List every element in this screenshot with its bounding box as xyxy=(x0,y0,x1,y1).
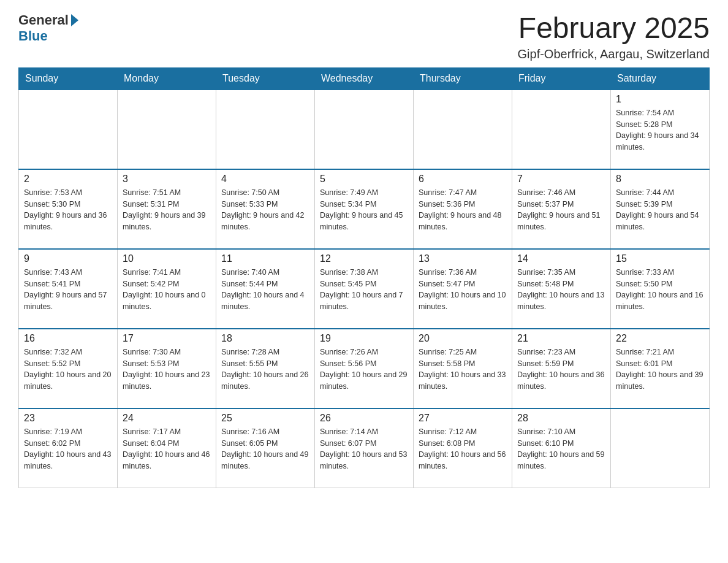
calendar-cell: 6Sunrise: 7:47 AMSunset: 5:36 PMDaylight… xyxy=(414,169,512,249)
day-info: Sunrise: 7:33 AMSunset: 5:50 PMDaylight:… xyxy=(616,267,704,313)
calendar-week-row: 9Sunrise: 7:43 AMSunset: 5:41 PMDaylight… xyxy=(19,249,710,329)
calendar-cell: 26Sunrise: 7:14 AMSunset: 6:07 PMDayligh… xyxy=(315,408,414,488)
calendar-cell xyxy=(216,90,315,169)
calendar-cell xyxy=(19,90,118,169)
day-number: 24 xyxy=(123,413,211,424)
calendar-cell: 4Sunrise: 7:50 AMSunset: 5:33 PMDaylight… xyxy=(216,169,315,249)
day-number: 23 xyxy=(24,413,112,424)
day-of-week-header: Tuesday xyxy=(216,67,315,90)
logo-arrow-icon xyxy=(71,14,78,26)
calendar-cell: 15Sunrise: 7:33 AMSunset: 5:50 PMDayligh… xyxy=(611,249,710,329)
day-number: 16 xyxy=(24,333,112,344)
calendar-header-row: SundayMondayTuesdayWednesdayThursdayFrid… xyxy=(19,67,710,90)
calendar-week-row: 16Sunrise: 7:32 AMSunset: 5:52 PMDayligh… xyxy=(19,329,710,408)
day-of-week-header: Wednesday xyxy=(315,67,414,90)
day-number: 3 xyxy=(123,174,211,185)
calendar-cell: 18Sunrise: 7:28 AMSunset: 5:55 PMDayligh… xyxy=(216,329,315,408)
day-info: Sunrise: 7:17 AMSunset: 6:04 PMDaylight:… xyxy=(123,426,211,472)
calendar-cell: 19Sunrise: 7:26 AMSunset: 5:56 PMDayligh… xyxy=(315,329,414,408)
calendar-cell: 2Sunrise: 7:53 AMSunset: 5:30 PMDaylight… xyxy=(19,169,118,249)
day-info: Sunrise: 7:40 AMSunset: 5:44 PMDaylight:… xyxy=(221,267,309,313)
calendar-cell: 13Sunrise: 7:36 AMSunset: 5:47 PMDayligh… xyxy=(414,249,512,329)
day-of-week-header: Thursday xyxy=(414,67,512,90)
calendar-cell: 22Sunrise: 7:21 AMSunset: 6:01 PMDayligh… xyxy=(611,329,710,408)
day-info: Sunrise: 7:30 AMSunset: 5:53 PMDaylight:… xyxy=(123,347,211,393)
calendar-table: SundayMondayTuesdayWednesdayThursdayFrid… xyxy=(18,67,710,489)
calendar-cell: 17Sunrise: 7:30 AMSunset: 5:53 PMDayligh… xyxy=(118,329,216,408)
day-info: Sunrise: 7:41 AMSunset: 5:42 PMDaylight:… xyxy=(123,267,211,313)
day-of-week-header: Monday xyxy=(118,67,216,90)
day-number: 9 xyxy=(24,253,112,264)
day-info: Sunrise: 7:23 AMSunset: 5:59 PMDaylight:… xyxy=(517,347,605,393)
day-info: Sunrise: 7:49 AMSunset: 5:34 PMDaylight:… xyxy=(320,187,408,233)
page-header: General Blue February 2025 Gipf-Oberfric… xyxy=(18,12,710,61)
day-info: Sunrise: 7:51 AMSunset: 5:31 PMDaylight:… xyxy=(123,187,211,233)
day-number: 1 xyxy=(616,94,704,105)
day-info: Sunrise: 7:32 AMSunset: 5:52 PMDaylight:… xyxy=(24,347,112,393)
location: Gipf-Oberfrick, Aargau, Switzerland xyxy=(518,47,710,61)
day-number: 7 xyxy=(517,174,605,185)
calendar-cell xyxy=(414,90,512,169)
day-info: Sunrise: 7:53 AMSunset: 5:30 PMDaylight:… xyxy=(24,187,112,233)
calendar-cell: 12Sunrise: 7:38 AMSunset: 5:45 PMDayligh… xyxy=(315,249,414,329)
day-info: Sunrise: 7:47 AMSunset: 5:36 PMDaylight:… xyxy=(419,187,507,233)
logo: General Blue xyxy=(18,12,80,44)
day-number: 2 xyxy=(24,174,112,185)
calendar-week-row: 1Sunrise: 7:54 AMSunset: 5:28 PMDaylight… xyxy=(19,90,710,169)
calendar-cell: 1Sunrise: 7:54 AMSunset: 5:28 PMDaylight… xyxy=(611,90,710,169)
day-number: 12 xyxy=(320,253,408,264)
calendar-cell xyxy=(118,90,216,169)
day-info: Sunrise: 7:43 AMSunset: 5:41 PMDaylight:… xyxy=(24,267,112,313)
title-area: February 2025 Gipf-Oberfrick, Aargau, Sw… xyxy=(518,12,710,61)
calendar-cell: 11Sunrise: 7:40 AMSunset: 5:44 PMDayligh… xyxy=(216,249,315,329)
day-info: Sunrise: 7:26 AMSunset: 5:56 PMDaylight:… xyxy=(320,347,408,393)
day-info: Sunrise: 7:35 AMSunset: 5:48 PMDaylight:… xyxy=(517,267,605,313)
day-number: 25 xyxy=(221,413,309,424)
calendar-cell: 10Sunrise: 7:41 AMSunset: 5:42 PMDayligh… xyxy=(118,249,216,329)
day-info: Sunrise: 7:46 AMSunset: 5:37 PMDaylight:… xyxy=(517,187,605,233)
day-info: Sunrise: 7:50 AMSunset: 5:33 PMDaylight:… xyxy=(221,187,309,233)
day-number: 13 xyxy=(419,253,507,264)
day-number: 5 xyxy=(320,174,408,185)
day-info: Sunrise: 7:36 AMSunset: 5:47 PMDaylight:… xyxy=(419,267,507,313)
calendar-cell: 14Sunrise: 7:35 AMSunset: 5:48 PMDayligh… xyxy=(512,249,611,329)
day-number: 28 xyxy=(517,413,605,424)
calendar-cell: 9Sunrise: 7:43 AMSunset: 5:41 PMDaylight… xyxy=(19,249,118,329)
day-number: 4 xyxy=(221,174,309,185)
calendar-cell: 5Sunrise: 7:49 AMSunset: 5:34 PMDaylight… xyxy=(315,169,414,249)
calendar-week-row: 2Sunrise: 7:53 AMSunset: 5:30 PMDaylight… xyxy=(19,169,710,249)
day-info: Sunrise: 7:54 AMSunset: 5:28 PMDaylight:… xyxy=(616,107,704,153)
day-info: Sunrise: 7:44 AMSunset: 5:39 PMDaylight:… xyxy=(616,187,704,233)
day-of-week-header: Sunday xyxy=(19,67,118,90)
calendar-cell: 3Sunrise: 7:51 AMSunset: 5:31 PMDaylight… xyxy=(118,169,216,249)
day-number: 17 xyxy=(123,333,211,344)
calendar-cell: 24Sunrise: 7:17 AMSunset: 6:04 PMDayligh… xyxy=(118,408,216,488)
calendar-cell xyxy=(611,408,710,488)
calendar-week-row: 23Sunrise: 7:19 AMSunset: 6:02 PMDayligh… xyxy=(19,408,710,488)
calendar-cell: 20Sunrise: 7:25 AMSunset: 5:58 PMDayligh… xyxy=(414,329,512,408)
day-number: 6 xyxy=(419,174,507,185)
calendar-cell: 21Sunrise: 7:23 AMSunset: 5:59 PMDayligh… xyxy=(512,329,611,408)
day-info: Sunrise: 7:10 AMSunset: 6:10 PMDaylight:… xyxy=(517,426,605,472)
day-number: 11 xyxy=(221,253,309,264)
calendar-cell: 25Sunrise: 7:16 AMSunset: 6:05 PMDayligh… xyxy=(216,408,315,488)
day-number: 15 xyxy=(616,253,704,264)
day-number: 8 xyxy=(616,174,704,185)
calendar-cell: 16Sunrise: 7:32 AMSunset: 5:52 PMDayligh… xyxy=(19,329,118,408)
day-info: Sunrise: 7:25 AMSunset: 5:58 PMDaylight:… xyxy=(419,347,507,393)
day-info: Sunrise: 7:28 AMSunset: 5:55 PMDaylight:… xyxy=(221,347,309,393)
day-number: 26 xyxy=(320,413,408,424)
day-info: Sunrise: 7:21 AMSunset: 6:01 PMDaylight:… xyxy=(616,347,704,393)
calendar-cell: 7Sunrise: 7:46 AMSunset: 5:37 PMDaylight… xyxy=(512,169,611,249)
day-number: 18 xyxy=(221,333,309,344)
day-number: 20 xyxy=(419,333,507,344)
day-of-week-header: Saturday xyxy=(611,67,710,90)
day-info: Sunrise: 7:14 AMSunset: 6:07 PMDaylight:… xyxy=(320,426,408,472)
calendar-cell: 8Sunrise: 7:44 AMSunset: 5:39 PMDaylight… xyxy=(611,169,710,249)
calendar-cell xyxy=(512,90,611,169)
calendar-cell xyxy=(315,90,414,169)
logo-general-text: General xyxy=(18,12,69,28)
logo-blue-text: Blue xyxy=(18,28,48,44)
day-number: 27 xyxy=(419,413,507,424)
day-number: 10 xyxy=(123,253,211,264)
